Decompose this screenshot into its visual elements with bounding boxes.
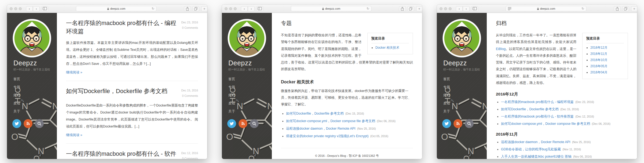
post-link[interactable]: 如何写Dockerfile，Dockerfile 参考文档 — [501, 107, 559, 111]
reload-icon[interactable]: ↻ — [152, 7, 154, 10]
sidebar-item-topics[interactable]: 专题 — [13, 85, 57, 90]
article-comments[interactable]: 0 Comments — [181, 93, 198, 99]
post-date: (Dec 12, 2016) — [575, 115, 594, 118]
reader-mode-icon[interactable] — [508, 7, 511, 10]
month-heading: 2016年11月 — [496, 132, 628, 137]
new-tab-button[interactable]: + — [201, 6, 207, 11]
new-tab-button[interactable]: + — [631, 6, 637, 11]
post-link[interactable]: 一名程序猿的macbook pro都有什么 - 编程环境篇 — [501, 100, 574, 104]
zoom-button[interactable] — [449, 7, 452, 10]
share-button[interactable] — [184, 6, 191, 11]
tab-overview-button[interactable] — [192, 6, 199, 11]
post-link[interactable]: 如何写docker-compose.yml，Docker compose fil… — [501, 122, 590, 126]
sidebar-item-archive[interactable]: 归档 — [13, 93, 57, 98]
sidebar-toggle-button[interactable] — [256, 6, 263, 11]
post-item: 一名程序猿的macbook pro都有什么 - 软件推荐篇 (Dec 12, 2… — [501, 114, 628, 119]
browser-window-home: ‹ › deepzz.com ↻ + Deepzz — [7, 5, 207, 159]
back-button[interactable]: ‹ — [456, 6, 463, 11]
close-button[interactable] — [10, 7, 13, 10]
back-button[interactable]: ‹ — [26, 6, 33, 11]
forward-button[interactable]: › — [248, 6, 255, 11]
post-link[interactable]: 搭建安全的docker private registry v2指南(Let's … — [286, 134, 368, 138]
toc-link[interactable]: 2016年10月 — [590, 58, 608, 62]
post-item: 如何写docker-compose.yml，Docker compose fil… — [501, 121, 628, 126]
rss-icon[interactable] — [24, 119, 32, 128]
sidebar-item-links[interactable]: 友链 — [443, 101, 487, 106]
sidebar-item-about[interactable]: 关于 — [443, 109, 487, 114]
search-icon[interactable] — [35, 119, 44, 128]
back-button[interactable]: ‹ — [241, 6, 248, 11]
forward-button[interactable]: › — [463, 6, 470, 11]
sidebar-item-about[interactable]: 关于 — [13, 109, 57, 114]
minimize-button[interactable] — [444, 7, 447, 10]
url-text: deepzz.com — [110, 7, 126, 10]
sidebar-item-home[interactable]: 首页 — [443, 77, 487, 82]
reload-icon[interactable]: ↻ — [581, 7, 584, 10]
sidebar-item-links[interactable]: 友链 — [13, 101, 57, 106]
twitter-icon[interactable] — [442, 119, 451, 128]
toc-item: 2016年12月 — [590, 45, 624, 50]
avatar — [442, 18, 482, 58]
toc-link[interactable]: Docker 相关技术 — [375, 46, 399, 49]
forward-button[interactable]: › — [33, 6, 40, 11]
search-icon[interactable] — [465, 119, 474, 128]
sidebar-toggle-button[interactable] — [41, 6, 48, 11]
zoom-button[interactable] — [234, 7, 237, 10]
sidebar-item-archive[interactable]: 归档 — [228, 93, 272, 98]
share-button[interactable] — [399, 6, 406, 11]
toc-link[interactable]: 2016年11月 — [590, 52, 607, 56]
share-button[interactable] — [614, 6, 621, 11]
toc-title: 预览目录 — [371, 36, 409, 41]
sidebar-toggle-button[interactable] — [471, 6, 478, 11]
toc-box: 预览目录 2016年12月 2016年11月 2016年10月 2016年05月… — [582, 33, 628, 79]
sidebar-item-home[interactable]: 首页 — [13, 77, 57, 82]
read-more-link[interactable]: 继续阅读 » — [66, 70, 82, 75]
post-link[interactable]: 如何写docker-compose.yml，Docker compose fil… — [286, 119, 375, 123]
close-button[interactable] — [225, 7, 228, 10]
traffic-lights — [225, 7, 237, 10]
new-tab-button[interactable]: + — [416, 6, 422, 11]
blog-tagline: 积一时之跬步，臻千里之遥程 — [13, 68, 57, 72]
reload-icon[interactable]: ↻ — [367, 7, 369, 10]
sidebar-item-home[interactable]: 首页 — [228, 77, 272, 82]
toc-item: 2016年05月 — [590, 64, 624, 69]
article-title[interactable]: 一名程序猿的macbook pro都有什么 - 软件推荐篇 — [66, 150, 181, 159]
read-more-link[interactable]: 继续阅读 » — [66, 133, 82, 137]
close-button[interactable] — [440, 7, 442, 10]
twitter-icon[interactable] — [12, 119, 21, 128]
post-link[interactable]: 远程连接docker daemon，Docker Remote API — [501, 140, 570, 144]
sidebar-item-about[interactable]: 关于 — [228, 109, 272, 114]
tab-overview-button[interactable] — [622, 6, 629, 11]
post-list: 如何写Dockerfile，Dockerfile 参考文档 (Dec 15, 2… — [281, 111, 413, 139]
tab-overview-button[interactable] — [407, 6, 414, 11]
post-link[interactable]: 远程连接docker daemon，Docker Remote API — [286, 127, 355, 130]
article-title[interactable]: 一名程序猿的macbook pro都有什么 - 编程环境篇 — [66, 19, 181, 36]
search-icon[interactable] — [250, 119, 259, 128]
article-excerpt: DockerfileDockerfile是由一系列命令和参数构成的脚本，一个Do… — [66, 102, 198, 130]
post-link[interactable]: 如何写Dockerfile，Dockerfile 参考文档 — [286, 112, 344, 115]
twitter-icon[interactable] — [227, 119, 236, 128]
article-comments[interactable]: 0 Comments — [181, 25, 198, 31]
address-bar[interactable]: deepzz.com ↻ — [76, 6, 156, 11]
sidebar-item-topics[interactable]: 专题 — [228, 85, 272, 90]
toc-link[interactable]: 2016年12月 — [590, 46, 608, 49]
sidebar-item-archive[interactable]: 归档 — [443, 93, 487, 98]
sidebar-item-links[interactable]: 友链 — [228, 101, 272, 106]
post-link[interactable]: GDB命令基础，让你的程序bug无处躲藏 — [501, 147, 561, 151]
address-bar[interactable]: deepzz.com ↻ — [506, 6, 586, 11]
eiblog-link[interactable]: EiBlog — [496, 47, 506, 51]
sidebar-item-topics[interactable]: 专题 — [443, 85, 487, 90]
article-comments[interactable]: 0 Comments — [181, 156, 198, 159]
post-link[interactable]: 入手人生第一款机械键盘Ikbc poker61键位 茶轴 — [501, 155, 572, 158]
rss-icon[interactable] — [453, 119, 462, 128]
article-title[interactable]: 如何写Dockerfile，Dockerfile 参考文档 — [66, 87, 167, 95]
zoom-button[interactable] — [19, 7, 22, 10]
address-bar[interactable]: deepzz.com ↻ — [291, 6, 371, 11]
minimize-button[interactable] — [14, 7, 17, 10]
toc-link[interactable]: 2016年05月 — [590, 64, 608, 68]
toc-link[interactable]: 2016年04月 — [590, 70, 608, 74]
lock-icon — [107, 7, 109, 10]
rss-icon[interactable] — [239, 119, 247, 128]
minimize-button[interactable] — [229, 7, 232, 10]
post-link[interactable]: 一名程序猿的macbook pro都有什么 - 软件推荐篇 — [501, 115, 574, 118]
